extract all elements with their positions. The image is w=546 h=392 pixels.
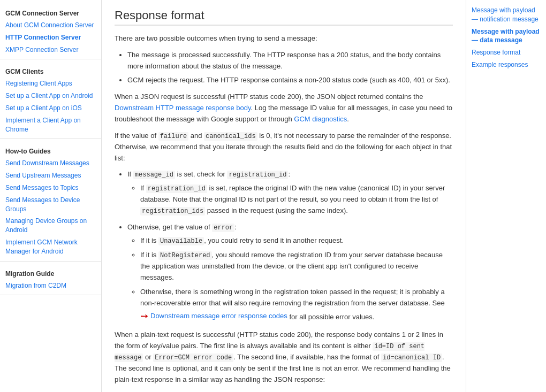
registration-id-code: registration_id [227,171,288,179]
sidebar-item-send-topics[interactable]: Send Messages to Topics [0,182,101,194]
sidebar-divider-migration-guide [0,295,101,295]
intro-text: There are two possible outcomes when try… [115,34,317,42]
sidebar-item-implement-gcm[interactable]: Implement GCM Network Manager for Androi… [0,236,101,258]
downstream-link[interactable]: Downstream HTTP message response body [115,104,251,112]
failure-code: failure [158,132,188,141]
toc-item-toc-response-format[interactable]: Response format [472,47,541,59]
sidebar-section-gcm-connection-server: GCM Connection Server [0,4,101,19]
sidebar-item-setup-ios[interactable]: Set up a Client App on iOS [0,102,101,114]
sidebar-item-implement-client[interactable]: Implement a Client App on Chrome [0,114,101,136]
sidebar: GCM Connection ServerAbout GCM Connectio… [0,0,102,392]
sidebar-section-how-to-guides: How-to Guides [0,142,101,157]
canonical-ids-code: canonical_ids [204,132,257,141]
para3: When a plain-text request is successful … [115,329,453,386]
toc-item-toc-example-responses[interactable]: Example responses [472,59,541,71]
otherwise-text: Otherwise, there is something wrong in t… [140,288,445,307]
red-arrow-icon: ➙ [140,309,148,324]
check-item-1-sub-1: If registration_id is set, replace the o… [140,183,453,217]
unavailable-code: Unavailable [158,237,204,245]
sidebar-item-http-connection[interactable]: HTTP Connection Server [0,32,101,44]
check-item-2-sub: If it is Unavailable, you could retry to… [140,235,453,324]
check-item-2: Otherwise, get the value of error: If it… [127,222,453,325]
toc: Message with payload — notification mess… [466,0,546,392]
outcome-1: The message is processed successfully. T… [127,50,453,72]
para1-end: . [347,115,349,123]
sidebar-item-send-downstream[interactable]: Send Downstream Messages [0,157,101,170]
check-item-1: If message_id is set, check for registra… [127,169,453,216]
sidebar-item-xmpp-connection[interactable]: XMPP Connection Server [0,44,101,56]
sidebar-item-setup-android[interactable]: Set up a Client App on Android [0,90,101,102]
sidebar-item-about-gcm[interactable]: About GCM Connection Server [0,19,101,32]
error-code: error [212,224,234,232]
para1-prefix: When a JSON request is successful (HTTP … [115,93,423,101]
check-item-2-sub-2: If it is NotRegistered, you should remov… [140,250,453,283]
sidebar-item-send-upstream[interactable]: Send Upstream Messages [0,170,101,182]
title-divider [115,25,453,26]
sidebar-divider-gcm-clients [0,139,101,139]
sidebar-item-migration-c2dm[interactable]: Migration from C2DM [0,280,101,292]
reg-id-code2: registration_id [146,185,207,193]
error-gcm-code: Error=GCM error code [153,353,233,362]
para2: If the value of failure and canonical_id… [115,130,453,164]
sidebar-divider-gcm-connection-server [0,59,101,59]
sidebar-item-registering[interactable]: Registering Client Apps [0,78,101,90]
outcomes-list: The message is processed successfully. T… [127,50,453,86]
not-registered-code: NotRegistered [158,251,212,260]
sidebar-divider-how-to-guides [0,261,101,262]
toc-item-toc-msg-payload-data[interactable]: Message with payload — data message [472,26,541,47]
check-item-2-sub-1: If it is Unavailable, you could retry to… [140,235,453,247]
outcome-2: GCM rejects the request. The HTTP respon… [127,75,453,86]
page-title: Response format [115,9,453,22]
check-item-1-sub: If registration_id is set, replace the o… [140,183,453,217]
registration-ids-code: registration_ids [140,207,205,216]
intro-para: There are two possible outcomes when try… [115,33,453,44]
check-items-list: If message_id is set, check for registra… [127,169,453,324]
canonical-id-code: id=canonical ID [381,353,442,362]
gcm-diagnostics-link[interactable]: GCM diagnostics [294,115,347,123]
main-content: Response format There are two possible o… [102,0,466,392]
sidebar-item-managing-device-groups[interactable]: Managing Device Groups on Android [0,215,101,236]
sidebar-section-gcm-clients: GCM Clients [0,63,101,78]
toc-item-toc-msg-payload-notification[interactable]: Message with payload — notification mess… [472,4,541,26]
sidebar-section-migration-guide: Migration Guide [0,265,101,280]
sidebar-item-send-device-groups[interactable]: Send Messages to Device Groups [0,194,101,216]
downstream-error-link[interactable]: Downstream message error response codes [150,311,287,322]
message-id-code: message_id [133,171,175,179]
check-item-2-sub-3: Otherwise, there is something wrong in t… [140,287,453,324]
para1: When a JSON request is successful (HTTP … [115,91,453,125]
for-all-text: for all possible error values. [289,313,374,321]
